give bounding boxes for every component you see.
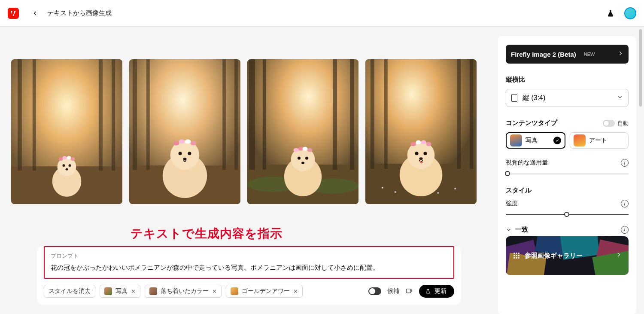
prompt-card: プロンプト 花の冠をかぶったかわいいポメラニアンが森の中で走っている写真。ポメラ… [37, 246, 461, 305]
content-type-photo[interactable]: 写真 [506, 132, 565, 149]
style-title: スタイル [506, 186, 629, 195]
svg-rect-50 [384, 59, 388, 169]
auto-label: 自動 [617, 119, 629, 127]
pill-label: ゴールデンアワー [242, 287, 290, 295]
svg-point-53 [382, 187, 383, 189]
svg-point-25 [183, 158, 187, 160]
gallery-label: 参照画像ギャラリー [525, 252, 583, 260]
photo-thumb-icon [510, 134, 522, 146]
svg-point-24 [188, 152, 191, 155]
info-icon[interactable]: i [621, 226, 629, 234]
svg-point-28 [185, 139, 191, 143]
prompt-input-area[interactable]: プロンプト 花の冠をかぶったかわいいポメラニアンが森の中で走っている写真。ポメラ… [44, 246, 454, 279]
chevron-down-icon [506, 227, 512, 233]
sidebar-scrollbar[interactable] [639, 29, 642, 311]
style-swatch-icon [149, 287, 157, 295]
generated-image[interactable] [129, 59, 240, 204]
style-pill-photo[interactable]: 写真 ✕ [100, 285, 140, 298]
svg-rect-77 [516, 253, 517, 254]
back-button[interactable] [31, 9, 39, 18]
svg-point-54 [395, 191, 396, 193]
svg-point-45 [303, 147, 308, 151]
candidate-toggle[interactable] [368, 287, 381, 295]
page-title: テキストから画像生成 [47, 9, 112, 17]
svg-point-64 [416, 140, 421, 144]
svg-rect-17 [133, 59, 137, 170]
style-pill-muted[interactable]: 落ち着いたカラー ✕ [145, 285, 222, 298]
svg-point-46 [307, 148, 312, 152]
svg-point-61 [423, 152, 427, 155]
svg-rect-76 [513, 253, 515, 254]
svg-rect-32 [249, 59, 255, 170]
remove-icon[interactable]: ✕ [212, 288, 217, 295]
svg-rect-35 [350, 59, 354, 170]
generated-image[interactable] [365, 59, 477, 204]
info-icon[interactable]: i [621, 159, 629, 167]
style-pill-golden[interactable]: ゴールデンアワー ✕ [226, 285, 303, 298]
svg-point-12 [63, 156, 67, 159]
svg-rect-80 [516, 255, 517, 256]
refresh-button[interactable]: 更新 [419, 285, 454, 298]
prompt-text: 花の冠をかぶったかわいいポメラニアンが森の中で走っている写真。ポメラニアンは画面… [51, 262, 447, 273]
annotation-text: テキストで生成内容を指示 [131, 226, 487, 242]
ctype-label: アート [589, 137, 607, 144]
intensity-label: 強度 [506, 200, 518, 207]
remove-icon[interactable]: ✕ [131, 288, 136, 295]
generated-image[interactable] [247, 59, 358, 204]
svg-point-60 [415, 152, 419, 155]
svg-point-59 [407, 141, 435, 169]
match-title: 一致 [515, 226, 528, 234]
user-avatar[interactable] [624, 7, 636, 19]
settings-sidebar: Firefly Image 2 (Beta) NEW 縦横比 縦 (3:4) コ… [498, 36, 636, 314]
new-badge: NEW [584, 52, 595, 57]
pill-label: 落ち着いたカラー [161, 287, 209, 295]
style-swatch-icon [231, 287, 238, 295]
svg-point-68 [411, 289, 412, 290]
adobe-logo[interactable] [8, 8, 19, 19]
prompt-suggest-icon[interactable] [405, 287, 413, 295]
svg-point-10 [66, 168, 68, 171]
svg-rect-4 [99, 59, 103, 171]
style-swatch-icon [104, 287, 112, 295]
reference-gallery-button[interactable]: 参照画像ギャラリー [506, 236, 629, 275]
svg-point-62 [419, 157, 423, 160]
remove-icon[interactable]: ✕ [293, 288, 298, 295]
svg-rect-81 [518, 255, 519, 256]
svg-point-42 [301, 162, 304, 164]
match-section-toggle[interactable]: 一致 i [506, 226, 629, 234]
svg-point-40 [298, 157, 301, 160]
svg-point-23 [179, 152, 182, 155]
visual-amount-slider[interactable] [506, 174, 629, 174]
svg-rect-49 [371, 59, 374, 169]
portrait-icon [511, 94, 517, 102]
clear-styles-button[interactable]: スタイルを消去 [44, 285, 95, 298]
labs-icon[interactable] [606, 9, 615, 18]
generated-image[interactable] [11, 59, 122, 204]
intensity-slider[interactable] [506, 214, 629, 215]
svg-rect-3 [33, 59, 36, 171]
check-icon [553, 137, 561, 144]
pill-label: スタイルを消去 [49, 287, 91, 295]
grid-icon [513, 252, 520, 259]
svg-rect-84 [518, 257, 519, 259]
svg-rect-78 [518, 253, 519, 254]
svg-point-27 [179, 139, 185, 143]
svg-point-22 [170, 140, 200, 170]
auto-toggle[interactable] [603, 120, 615, 127]
svg-rect-5 [112, 59, 115, 171]
model-selector[interactable]: Firefly Image 2 (Beta) NEW [506, 45, 629, 64]
info-icon[interactable]: i [621, 200, 629, 207]
svg-point-66 [426, 142, 431, 146]
chevron-right-icon [617, 50, 623, 58]
svg-rect-20 [234, 59, 238, 170]
truncated-section-header [506, 38, 629, 42]
ctype-label: 写真 [526, 137, 538, 144]
svg-rect-19 [222, 59, 226, 170]
refresh-label: 更新 [434, 287, 447, 295]
candidate-label: 候補 [387, 287, 399, 295]
svg-rect-18 [146, 59, 150, 170]
aspect-ratio-title: 縦横比 [506, 76, 629, 84]
content-type-art[interactable]: アート [570, 132, 629, 149]
aspect-ratio-select[interactable]: 縦 (3:4) [506, 89, 629, 107]
svg-point-56 [437, 192, 439, 194]
